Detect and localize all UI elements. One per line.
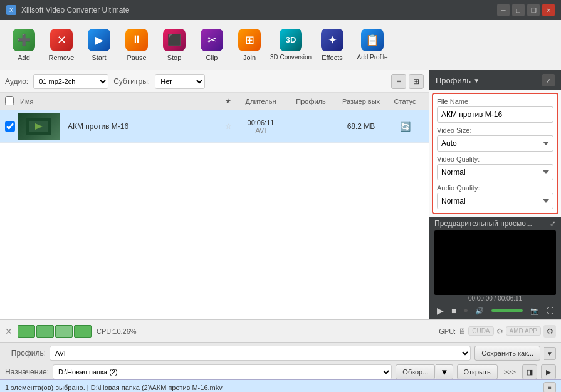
dest-select[interactable]: D:\Новая папка (2) bbox=[53, 364, 392, 379]
video-quality-select[interactable]: Normal High Low Best bbox=[437, 164, 553, 180]
nav-prev-label[interactable]: >>> bbox=[501, 368, 518, 376]
remove-button[interactable]: ✕ Remove bbox=[43, 23, 80, 68]
browse-dropdown-button[interactable]: ▼ bbox=[436, 364, 453, 379]
video-size-label: Video Size: bbox=[437, 126, 553, 134]
cuda-badge[interactable]: CUDA bbox=[468, 326, 493, 336]
player-controls: ▶ ■ 🔊 📷 ⛶ bbox=[434, 303, 556, 317]
add-button[interactable]: ➕ Add bbox=[5, 23, 43, 68]
nav-icon-button-1[interactable]: ◨ bbox=[522, 364, 537, 379]
add-profile-button[interactable]: 📋 Add Profile bbox=[351, 23, 394, 68]
header-check bbox=[5, 96, 20, 106]
maximize-button[interactable]: □ bbox=[512, 4, 525, 16]
file-name-label: File Name: bbox=[437, 98, 553, 105]
window-controls: ─ □ ❐ ✕ bbox=[497, 4, 555, 16]
profile-expand-button[interactable]: ⤢ bbox=[542, 74, 555, 86]
nav-icon-button-2[interactable]: ▶ bbox=[541, 364, 556, 379]
thumb-inner bbox=[18, 113, 60, 140]
preview-screen bbox=[434, 230, 556, 295]
media-icon-group: ≡ ⊞ bbox=[391, 74, 424, 89]
start-label: Start bbox=[92, 54, 106, 61]
remove-label: Remove bbox=[49, 54, 75, 61]
queue-close-button[interactable]: ✕ bbox=[5, 326, 13, 336]
stop-player-button[interactable]: ■ bbox=[449, 304, 459, 317]
play-button[interactable]: ▶ bbox=[434, 304, 446, 317]
close-button[interactable]: ✕ bbox=[542, 4, 555, 16]
volume-button[interactable]: 🔊 bbox=[473, 306, 486, 316]
grid-icon[interactable]: ⊞ bbox=[409, 74, 424, 89]
join-icon: ⊞ bbox=[238, 29, 261, 51]
join-button[interactable]: ⊞ Join bbox=[231, 23, 268, 68]
add-label: Add bbox=[18, 54, 30, 61]
3d-icon: 3D bbox=[280, 29, 302, 51]
add-profile-label: Add Profile bbox=[357, 54, 388, 61]
effects-button[interactable]: ✦ Effects bbox=[313, 23, 351, 68]
expand-icon: ⤢ bbox=[546, 77, 551, 84]
fullscreen-button[interactable]: ⛶ bbox=[544, 306, 556, 316]
profile-row: Профиль: AVI MP4 MKV Сохранить как... ▼ bbox=[5, 345, 556, 361]
amd-badge[interactable]: AMD APP bbox=[506, 326, 541, 336]
table-row[interactable]: АКМ против М-16 ☆ 00:06:11 AVI 68.2 MB 🔄 bbox=[0, 110, 429, 143]
audio-select[interactable]: 01 mp2-2ch bbox=[33, 74, 108, 89]
profile-bottom-select[interactable]: AVI MP4 MKV bbox=[50, 346, 471, 361]
pause-label: Pause bbox=[127, 54, 146, 61]
subtitle-select[interactable]: Нет bbox=[155, 74, 205, 89]
queue-thumb-1 bbox=[18, 325, 35, 338]
browse-area: Обзор... ▼ bbox=[396, 364, 453, 379]
stop-label: Stop bbox=[167, 54, 182, 61]
left-panel: Аудио: 01 mp2-2ch Субтитры: Нет ≡ ⊞ Имя … bbox=[0, 70, 429, 319]
list-icon[interactable]: ≡ bbox=[391, 74, 406, 89]
status-text: 1 элемента(ов) выбрано. | D:\Новая папка… bbox=[5, 384, 223, 391]
minimize-button[interactable]: ─ bbox=[497, 4, 510, 16]
subtitle-label: Субтитры: bbox=[113, 77, 150, 86]
audio-quality-label: Audio Quality: bbox=[437, 184, 553, 192]
file-name-input[interactable] bbox=[437, 106, 553, 123]
file-size: 68.2 MB bbox=[336, 122, 386, 131]
queue-thumbnails bbox=[18, 325, 92, 338]
status-bar: 1 элемента(ов) выбрано. | D:\Новая папка… bbox=[0, 379, 561, 392]
queue-bar: ✕ CPU:10.26% GPU: 🖥 CUDA ⚙ AMD APP ⚙ bbox=[0, 319, 561, 342]
queue-thumb-3 bbox=[55, 325, 73, 338]
browse-button[interactable]: Обзор... bbox=[396, 364, 435, 379]
bottom-controls: Профиль: AVI MP4 MKV Сохранить как... ▼ … bbox=[0, 342, 561, 379]
table-header: Имя ★ Длительн Профиль Размер вых Статус bbox=[0, 93, 429, 110]
profile-icon: 📋 bbox=[361, 29, 384, 51]
3d-conversion-button[interactable]: 3D 3D Conversion bbox=[268, 23, 313, 68]
file-duration: 00:06:11 AVI bbox=[236, 119, 286, 134]
clip-icon: ✂ bbox=[201, 29, 223, 51]
pause-icon: ⏸ bbox=[125, 29, 148, 51]
player-progress-bar[interactable] bbox=[464, 309, 468, 312]
gpu-label: GPU: bbox=[439, 328, 456, 335]
right-panel: Профиль ▼ ⤢ File Name: Video Size: Auto … bbox=[429, 70, 561, 319]
conversion-label: 3D Conversion bbox=[270, 54, 312, 61]
amd-icon: ⚙ bbox=[496, 327, 503, 336]
file-status: 🔄 bbox=[386, 121, 424, 132]
pause-button[interactable]: ⏸ Pause bbox=[118, 23, 155, 68]
snapshot-button[interactable]: 📷 bbox=[528, 306, 542, 316]
audio-quality-select[interactable]: Normal High Low Best bbox=[437, 193, 553, 209]
stop-icon: ⬛ bbox=[163, 29, 186, 51]
volume-slider[interactable] bbox=[491, 309, 523, 312]
start-button[interactable]: ▶ Start bbox=[80, 23, 118, 68]
status-icons: ≡ bbox=[543, 382, 556, 393]
file-star[interactable]: ☆ bbox=[221, 122, 236, 131]
join-label: Join bbox=[243, 54, 256, 61]
video-size-select[interactable]: Auto 320x240 640x480 1280x720 bbox=[437, 135, 553, 152]
current-time: 00:00:00 bbox=[468, 295, 493, 302]
save-as-button[interactable]: Сохранить как... bbox=[474, 346, 540, 361]
select-all-checkbox[interactable] bbox=[5, 96, 14, 105]
profile-header: Профиль ▼ ⤢ bbox=[429, 70, 561, 90]
status-icon-list[interactable]: ≡ bbox=[543, 382, 556, 393]
settings-button[interactable]: ⚙ bbox=[543, 325, 556, 338]
file-thumbnail bbox=[18, 113, 60, 140]
clip-button[interactable]: ✂ Clip bbox=[193, 23, 231, 68]
open-button[interactable]: Открыть bbox=[457, 364, 498, 379]
destination-row: Назначение: D:\Новая папка (2) Обзор... … bbox=[5, 364, 556, 380]
row-checkbox[interactable] bbox=[5, 121, 15, 132]
restore-button[interactable]: ❐ bbox=[527, 4, 540, 16]
save-dropdown-arrow[interactable]: ▼ bbox=[544, 347, 556, 360]
header-duration: Длительн bbox=[236, 98, 286, 105]
preview-expand-icon: ⤢ bbox=[550, 219, 556, 228]
preview-title-text: Предварительный просмо... bbox=[434, 219, 532, 228]
stop-button[interactable]: ⬛ Stop bbox=[155, 23, 193, 68]
media-bar: Аудио: 01 mp2-2ch Субтитры: Нет ≡ ⊞ bbox=[0, 70, 429, 93]
